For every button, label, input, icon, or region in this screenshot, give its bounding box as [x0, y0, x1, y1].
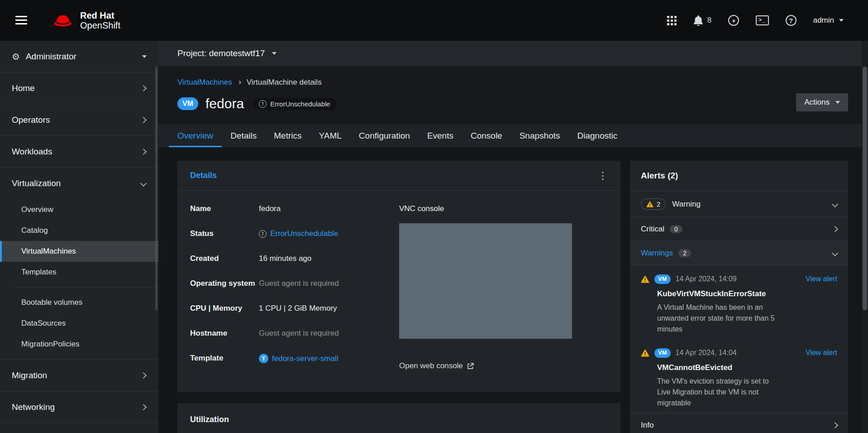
sidebar-item-operators[interactable]: Operators: [0, 104, 158, 136]
warning-triangle-icon: [641, 275, 649, 283]
vnc-console-preview[interactable]: [399, 223, 572, 339]
window-scrollbar[interactable]: [862, 41, 868, 433]
scrollbar-thumb[interactable]: [863, 67, 867, 310]
tab-diagnostic[interactable]: Diagnostic: [568, 124, 626, 147]
alert-title: VMCannotBeEvicted: [657, 363, 788, 372]
sidebar-scrollbar[interactable]: [155, 67, 157, 310]
warning-count-pill: 2: [641, 198, 666, 210]
sidebar-item-label: Migration: [12, 370, 47, 380]
tab-events[interactable]: Events: [419, 124, 462, 147]
utilization-card-title: Utilization: [190, 415, 229, 424]
sidebar-group-virtualization: Virtualization Overview Catalog VirtualM…: [0, 168, 158, 360]
tab-snapshots[interactable]: Snapshots: [511, 124, 569, 147]
project-selector[interactable]: Project: demotestwtf17: [158, 41, 868, 66]
sidebar-item-catalog[interactable]: Catalog: [0, 220, 158, 241]
sidebar-item-label: Home: [12, 83, 35, 93]
perspective-label: Administrator: [26, 52, 76, 62]
tab-overview[interactable]: Overview: [169, 124, 222, 147]
warning-triangle-icon: [646, 201, 653, 207]
alert-title: KubeVirtVMStuckInErrorState: [657, 289, 788, 298]
overview-content: Details ⋮ Name fedora Status: [158, 147, 868, 433]
sidebar-item-bootable-volumes[interactable]: Bootable volumes: [0, 292, 158, 313]
details-card-title[interactable]: Details: [190, 171, 217, 180]
sidebar-item-workloads[interactable]: Workloads: [0, 136, 158, 168]
warning-summary-label: Warning: [672, 200, 701, 209]
detail-label: Operating system: [190, 279, 259, 288]
sidebar-subitem-label: Bootable volumes: [21, 298, 82, 307]
alerts-summary-row[interactable]: 2 Warning: [630, 191, 848, 217]
chevron-right-icon: [140, 148, 147, 154]
sidebar-item-templates[interactable]: Templates: [0, 262, 158, 283]
exclamation-circle-icon: !: [259, 100, 267, 108]
sidebar-subitem-label: Overview: [21, 205, 53, 214]
quick-create-button[interactable]: +: [728, 15, 739, 26]
status-link[interactable]: ErrorUnschedulable: [270, 229, 338, 238]
sidebar-item-networking[interactable]: Networking: [0, 391, 158, 423]
alerts-card: Alerts (2) 2 Warning Critical: [630, 161, 848, 433]
detail-row-status: Status ! ErrorUnschedulable: [190, 229, 399, 238]
alert-item: VM 14 Apr 2024, 14:04 View alert VMCanno…: [630, 339, 848, 413]
sidebar-item-overview[interactable]: Overview: [0, 199, 158, 220]
chevron-down-icon: [832, 250, 838, 256]
tab-console[interactable]: Console: [462, 124, 511, 147]
sidebar-item-migrationpolicies[interactable]: MigrationPolicies: [0, 334, 158, 355]
chevron-right-icon: [832, 422, 838, 428]
brand-logo[interactable]: Red Hat OpenShift: [52, 10, 120, 31]
status-text: ErrorUnschedulable: [270, 100, 330, 108]
caret-down-icon: [272, 52, 277, 55]
perspective-switcher[interactable]: ⚙ Administrator: [0, 41, 158, 72]
group-count-badge: 0: [670, 225, 682, 233]
group-count-badge: 2: [678, 249, 691, 257]
alerts-group-info[interactable]: Info: [630, 413, 848, 433]
vm-resource-badge: VM: [654, 274, 671, 284]
project-label: Project: demotestwtf17: [177, 48, 265, 58]
alerts-group-warnings[interactable]: Warnings 2: [630, 241, 848, 265]
user-menu[interactable]: admin: [813, 16, 844, 25]
tab-configuration[interactable]: Configuration: [350, 124, 419, 147]
alert-timestamp: 14 Apr 2024, 14:04: [676, 349, 737, 357]
terminal-icon: >_: [756, 15, 768, 25]
breadcrumb-link-virtualmachines[interactable]: VirtualMachines: [177, 78, 232, 87]
actions-button[interactable]: Actions: [796, 93, 848, 111]
sidebar-subitem-label: MigrationPolicies: [21, 340, 80, 349]
sidebar-item-datasources[interactable]: DataSources: [0, 313, 158, 334]
vm-resource-badge: VM: [654, 348, 671, 358]
sidebar-subitem-label: VirtualMachines: [21, 247, 76, 256]
chevron-right-icon: [140, 372, 147, 378]
template-link[interactable]: fedora-server-small: [272, 354, 338, 363]
chevron-right-icon: [140, 85, 147, 91]
caret-down-icon: [839, 19, 844, 22]
breadcrumb: VirtualMachines VirtualMachine details: [177, 78, 848, 87]
help-button[interactable]: ?: [786, 15, 796, 26]
brand-line-1: Red Hat: [80, 10, 120, 20]
chevron-down-icon: [832, 201, 838, 207]
exclamation-circle-icon: !: [259, 230, 267, 238]
view-alert-link[interactable]: View alert: [806, 275, 837, 283]
tab-metrics[interactable]: Metrics: [265, 124, 310, 147]
web-terminal-button[interactable]: >_: [756, 15, 768, 25]
detail-value: Guest agent is required: [259, 329, 339, 338]
sidebar-subitem-label: DataSources: [21, 319, 66, 328]
alerts-group-critical[interactable]: Critical 0: [630, 217, 848, 241]
app-launcher-icon[interactable]: [667, 16, 677, 25]
view-alert-link[interactable]: View alert: [806, 349, 837, 357]
warning-count: 2: [657, 200, 660, 208]
kebab-menu-icon[interactable]: ⋮: [598, 172, 608, 180]
notifications-button[interactable]: 8: [693, 15, 711, 26]
menu-toggle-icon[interactable]: [15, 16, 27, 25]
detail-label: Name: [190, 204, 259, 213]
sidebar-item-virtualization[interactable]: Virtualization: [0, 168, 158, 199]
main-content: Project: demotestwtf17 VirtualMachines V…: [158, 41, 868, 433]
sidebar-item-home[interactable]: Home: [0, 72, 158, 104]
tab-yaml[interactable]: YAML: [310, 124, 350, 147]
sidebar-item-migration[interactable]: Migration: [0, 360, 158, 391]
open-web-console-link[interactable]: Open web console: [399, 361, 474, 370]
sidebar-item-virtualmachines[interactable]: VirtualMachines: [0, 241, 158, 262]
question-circle-icon: ?: [786, 15, 796, 26]
tab-details[interactable]: Details: [222, 124, 265, 147]
breadcrumb-separator-icon: [237, 81, 241, 84]
utilization-card: Utilization: [177, 403, 620, 433]
warning-triangle-icon: [641, 349, 649, 357]
detail-label: Template: [190, 354, 259, 363]
detail-value: 16 minutes ago: [259, 254, 311, 263]
